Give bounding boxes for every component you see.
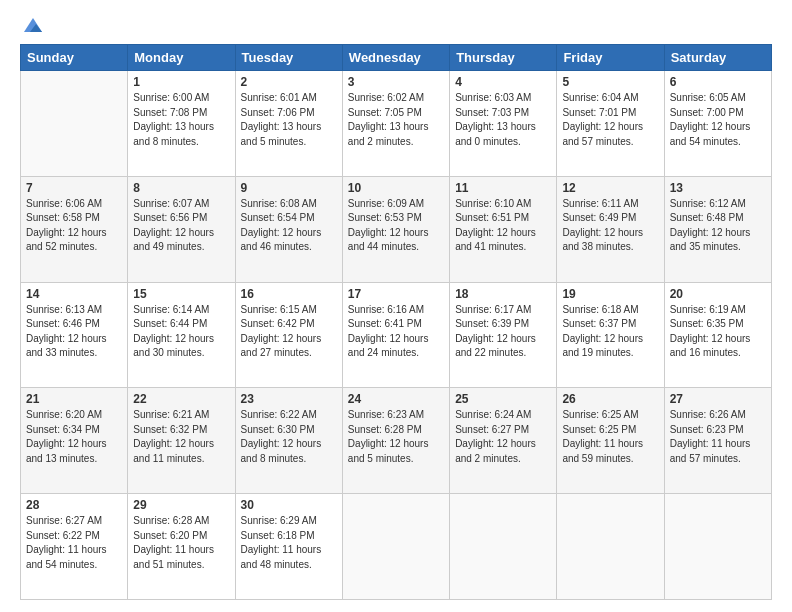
logo — [20, 18, 44, 34]
calendar-day-cell: 15 Sunrise: 6:14 AM Sunset: 6:44 PM Dayl… — [128, 282, 235, 388]
page: SundayMondayTuesdayWednesdayThursdayFrid… — [0, 0, 792, 612]
day-number: 12 — [562, 181, 658, 195]
calendar-day-cell: 12 Sunrise: 6:11 AM Sunset: 6:49 PM Dayl… — [557, 176, 664, 282]
calendar-col-header: Monday — [128, 45, 235, 71]
day-detail: Sunrise: 6:25 AM Sunset: 6:25 PM Dayligh… — [562, 408, 658, 466]
calendar-day-cell: 16 Sunrise: 6:15 AM Sunset: 6:42 PM Dayl… — [235, 282, 342, 388]
calendar-col-header: Sunday — [21, 45, 128, 71]
calendar-col-header: Saturday — [664, 45, 771, 71]
day-detail: Sunrise: 6:10 AM Sunset: 6:51 PM Dayligh… — [455, 197, 551, 255]
day-number: 20 — [670, 287, 766, 301]
day-detail: Sunrise: 6:14 AM Sunset: 6:44 PM Dayligh… — [133, 303, 229, 361]
day-number: 21 — [26, 392, 122, 406]
day-number: 1 — [133, 75, 229, 89]
day-number: 4 — [455, 75, 551, 89]
day-detail: Sunrise: 6:07 AM Sunset: 6:56 PM Dayligh… — [133, 197, 229, 255]
calendar-day-cell: 10 Sunrise: 6:09 AM Sunset: 6:53 PM Dayl… — [342, 176, 449, 282]
day-number: 18 — [455, 287, 551, 301]
calendar-week-row: 1 Sunrise: 6:00 AM Sunset: 7:08 PM Dayli… — [21, 71, 772, 177]
day-number: 3 — [348, 75, 444, 89]
calendar-table: SundayMondayTuesdayWednesdayThursdayFrid… — [20, 44, 772, 600]
calendar-day-cell: 14 Sunrise: 6:13 AM Sunset: 6:46 PM Dayl… — [21, 282, 128, 388]
day-number: 27 — [670, 392, 766, 406]
day-detail: Sunrise: 6:19 AM Sunset: 6:35 PM Dayligh… — [670, 303, 766, 361]
day-detail: Sunrise: 6:01 AM Sunset: 7:06 PM Dayligh… — [241, 91, 337, 149]
calendar-day-cell — [664, 494, 771, 600]
day-detail: Sunrise: 6:15 AM Sunset: 6:42 PM Dayligh… — [241, 303, 337, 361]
day-number: 26 — [562, 392, 658, 406]
calendar-day-cell: 13 Sunrise: 6:12 AM Sunset: 6:48 PM Dayl… — [664, 176, 771, 282]
calendar-day-cell — [21, 71, 128, 177]
calendar-day-cell: 19 Sunrise: 6:18 AM Sunset: 6:37 PM Dayl… — [557, 282, 664, 388]
calendar-day-cell: 8 Sunrise: 6:07 AM Sunset: 6:56 PM Dayli… — [128, 176, 235, 282]
calendar-week-row: 28 Sunrise: 6:27 AM Sunset: 6:22 PM Dayl… — [21, 494, 772, 600]
day-detail: Sunrise: 6:00 AM Sunset: 7:08 PM Dayligh… — [133, 91, 229, 149]
day-detail: Sunrise: 6:23 AM Sunset: 6:28 PM Dayligh… — [348, 408, 444, 466]
day-number: 15 — [133, 287, 229, 301]
calendar-day-cell: 22 Sunrise: 6:21 AM Sunset: 6:32 PM Dayl… — [128, 388, 235, 494]
calendar-day-cell — [342, 494, 449, 600]
day-detail: Sunrise: 6:09 AM Sunset: 6:53 PM Dayligh… — [348, 197, 444, 255]
day-number: 19 — [562, 287, 658, 301]
calendar-day-cell: 6 Sunrise: 6:05 AM Sunset: 7:00 PM Dayli… — [664, 71, 771, 177]
day-number: 25 — [455, 392, 551, 406]
day-detail: Sunrise: 6:22 AM Sunset: 6:30 PM Dayligh… — [241, 408, 337, 466]
day-detail: Sunrise: 6:13 AM Sunset: 6:46 PM Dayligh… — [26, 303, 122, 361]
day-detail: Sunrise: 6:04 AM Sunset: 7:01 PM Dayligh… — [562, 91, 658, 149]
day-number: 2 — [241, 75, 337, 89]
day-detail: Sunrise: 6:12 AM Sunset: 6:48 PM Dayligh… — [670, 197, 766, 255]
calendar-day-cell: 3 Sunrise: 6:02 AM Sunset: 7:05 PM Dayli… — [342, 71, 449, 177]
day-number: 30 — [241, 498, 337, 512]
day-detail: Sunrise: 6:28 AM Sunset: 6:20 PM Dayligh… — [133, 514, 229, 572]
day-number: 13 — [670, 181, 766, 195]
header — [20, 18, 772, 34]
day-number: 9 — [241, 181, 337, 195]
calendar-day-cell: 11 Sunrise: 6:10 AM Sunset: 6:51 PM Dayl… — [450, 176, 557, 282]
day-detail: Sunrise: 6:27 AM Sunset: 6:22 PM Dayligh… — [26, 514, 122, 572]
calendar-day-cell: 2 Sunrise: 6:01 AM Sunset: 7:06 PM Dayli… — [235, 71, 342, 177]
day-number: 14 — [26, 287, 122, 301]
calendar-day-cell — [450, 494, 557, 600]
calendar-col-header: Friday — [557, 45, 664, 71]
calendar-day-cell — [557, 494, 664, 600]
day-detail: Sunrise: 6:26 AM Sunset: 6:23 PM Dayligh… — [670, 408, 766, 466]
calendar-day-cell: 18 Sunrise: 6:17 AM Sunset: 6:39 PM Dayl… — [450, 282, 557, 388]
day-detail: Sunrise: 6:24 AM Sunset: 6:27 PM Dayligh… — [455, 408, 551, 466]
day-number: 24 — [348, 392, 444, 406]
calendar-day-cell: 30 Sunrise: 6:29 AM Sunset: 6:18 PM Dayl… — [235, 494, 342, 600]
calendar-day-cell: 28 Sunrise: 6:27 AM Sunset: 6:22 PM Dayl… — [21, 494, 128, 600]
day-number: 6 — [670, 75, 766, 89]
calendar-col-header: Thursday — [450, 45, 557, 71]
day-number: 8 — [133, 181, 229, 195]
calendar-day-cell: 5 Sunrise: 6:04 AM Sunset: 7:01 PM Dayli… — [557, 71, 664, 177]
calendar-col-header: Tuesday — [235, 45, 342, 71]
calendar-day-cell: 20 Sunrise: 6:19 AM Sunset: 6:35 PM Dayl… — [664, 282, 771, 388]
calendar-day-cell: 26 Sunrise: 6:25 AM Sunset: 6:25 PM Dayl… — [557, 388, 664, 494]
day-detail: Sunrise: 6:29 AM Sunset: 6:18 PM Dayligh… — [241, 514, 337, 572]
day-detail: Sunrise: 6:17 AM Sunset: 6:39 PM Dayligh… — [455, 303, 551, 361]
calendar-day-cell: 23 Sunrise: 6:22 AM Sunset: 6:30 PM Dayl… — [235, 388, 342, 494]
day-detail: Sunrise: 6:03 AM Sunset: 7:03 PM Dayligh… — [455, 91, 551, 149]
calendar-day-cell: 29 Sunrise: 6:28 AM Sunset: 6:20 PM Dayl… — [128, 494, 235, 600]
day-detail: Sunrise: 6:05 AM Sunset: 7:00 PM Dayligh… — [670, 91, 766, 149]
calendar-day-cell: 21 Sunrise: 6:20 AM Sunset: 6:34 PM Dayl… — [21, 388, 128, 494]
calendar-week-row: 14 Sunrise: 6:13 AM Sunset: 6:46 PM Dayl… — [21, 282, 772, 388]
calendar-day-cell: 1 Sunrise: 6:00 AM Sunset: 7:08 PM Dayli… — [128, 71, 235, 177]
day-number: 7 — [26, 181, 122, 195]
calendar-week-row: 21 Sunrise: 6:20 AM Sunset: 6:34 PM Dayl… — [21, 388, 772, 494]
calendar-week-row: 7 Sunrise: 6:06 AM Sunset: 6:58 PM Dayli… — [21, 176, 772, 282]
day-number: 11 — [455, 181, 551, 195]
calendar-header-row: SundayMondayTuesdayWednesdayThursdayFrid… — [21, 45, 772, 71]
day-number: 29 — [133, 498, 229, 512]
calendar-day-cell: 9 Sunrise: 6:08 AM Sunset: 6:54 PM Dayli… — [235, 176, 342, 282]
calendar-day-cell: 24 Sunrise: 6:23 AM Sunset: 6:28 PM Dayl… — [342, 388, 449, 494]
day-number: 17 — [348, 287, 444, 301]
day-number: 5 — [562, 75, 658, 89]
calendar-day-cell: 27 Sunrise: 6:26 AM Sunset: 6:23 PM Dayl… — [664, 388, 771, 494]
calendar-col-header: Wednesday — [342, 45, 449, 71]
calendar-day-cell: 7 Sunrise: 6:06 AM Sunset: 6:58 PM Dayli… — [21, 176, 128, 282]
day-detail: Sunrise: 6:11 AM Sunset: 6:49 PM Dayligh… — [562, 197, 658, 255]
day-detail: Sunrise: 6:08 AM Sunset: 6:54 PM Dayligh… — [241, 197, 337, 255]
day-number: 23 — [241, 392, 337, 406]
day-detail: Sunrise: 6:06 AM Sunset: 6:58 PM Dayligh… — [26, 197, 122, 255]
